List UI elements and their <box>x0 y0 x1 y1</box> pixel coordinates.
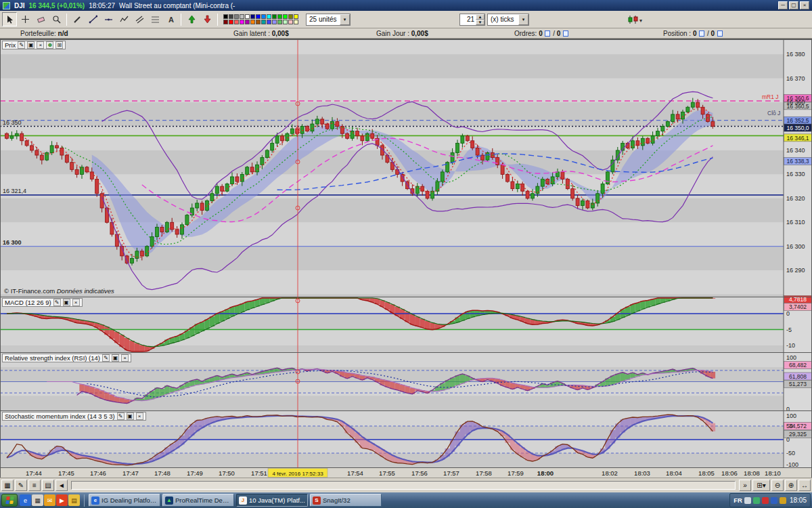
updates-icon[interactable] <box>771 497 777 504</box>
palette-color-swatch[interactable] <box>283 14 288 19</box>
palette-color-swatch[interactable] <box>245 20 250 24</box>
buy-arrow-button[interactable] <box>184 12 199 26</box>
palette-color-swatch[interactable] <box>277 14 282 19</box>
text-tool-button[interactable]: A <box>163 12 178 26</box>
start-button[interactable] <box>1 494 18 507</box>
palette-color-swatch[interactable] <box>294 14 298 19</box>
panel-close-icon[interactable]: × <box>136 412 143 420</box>
scroll-right-button[interactable]: » <box>739 480 751 491</box>
palette-color-swatch[interactable] <box>234 20 239 24</box>
chart-style-button[interactable]: ▾ <box>623 12 646 26</box>
pencil-tool-button[interactable] <box>70 12 85 26</box>
show-desktop-icon[interactable]: ▦ <box>32 494 43 506</box>
panel-settings-icon[interactable]: ✎ <box>18 41 25 49</box>
panel-close-icon[interactable]: × <box>37 41 44 49</box>
fibonacci-tool-button[interactable] <box>148 12 162 26</box>
interval-value-stepper[interactable]: 21 ▲▼ <box>459 14 485 26</box>
taskbar-task-button[interactable]: ▲ProRealTime Demo ... <box>162 494 234 507</box>
svg-text:16 340: 16 340 <box>786 147 805 154</box>
taskbar-task-button[interactable]: eIG Dealing Platform ... <box>89 494 160 507</box>
crosshair-tool-button[interactable] <box>18 12 32 26</box>
palette-color-swatch[interactable] <box>223 20 228 24</box>
maximize-button[interactable]: ▢ <box>789 1 798 9</box>
polyline-tool-button[interactable] <box>116 12 131 26</box>
panel-settings-icon[interactable]: ✎ <box>53 299 61 306</box>
panel-close-icon[interactable]: × <box>72 299 80 306</box>
view-preset-select[interactable]: ⊞▾ <box>752 480 770 491</box>
palette-color-swatch[interactable] <box>261 14 266 19</box>
interval-unit-select[interactable]: (x) ticks ▾ <box>487 14 529 26</box>
palette-color-swatch[interactable] <box>261 20 266 24</box>
zoom-out-icon[interactable]: ⊖ <box>771 480 784 491</box>
palette-color-swatch[interactable] <box>288 20 293 24</box>
chart-horizontal-scrollbar[interactable] <box>71 481 736 490</box>
stepper-down-icon[interactable]: ▼ <box>476 20 484 25</box>
volume-icon[interactable] <box>744 497 751 504</box>
palette-color-swatch[interactable] <box>234 14 239 19</box>
palette-color-swatch[interactable] <box>283 20 288 24</box>
notes-icon[interactable]: ✎ <box>15 480 27 491</box>
eraser-tool-button[interactable] <box>33 12 48 26</box>
sell-arrow-button[interactable] <box>200 12 215 26</box>
position-label: Position : <box>663 30 691 37</box>
panel-snapshot-icon[interactable]: ▣ <box>127 412 134 420</box>
antivirus-icon[interactable] <box>762 497 769 504</box>
palette-color-swatch[interactable] <box>267 14 271 19</box>
palette-color-swatch[interactable] <box>267 20 271 24</box>
folder-icon[interactable]: ▤ <box>68 494 80 506</box>
panel-settings-icon[interactable]: ✎ <box>117 412 125 420</box>
palette-color-swatch[interactable] <box>250 14 255 19</box>
zoom-tool-button[interactable] <box>49 12 64 26</box>
media-player-icon[interactable]: ▶ <box>56 494 68 506</box>
position-detail-icon[interactable] <box>717 30 723 37</box>
mail-icon[interactable]: ✉ <box>44 494 55 506</box>
add-indicator-icon[interactable]: ⊕ <box>46 41 53 49</box>
calendar-icon[interactable]: ▦ <box>1 480 14 491</box>
messenger-icon[interactable] <box>780 497 786 504</box>
palette-color-swatch[interactable] <box>256 20 261 24</box>
cursor-tool-button[interactable] <box>2 12 17 26</box>
palette-color-swatch[interactable] <box>256 14 261 19</box>
panel-settings-icon[interactable]: ✎ <box>102 354 110 362</box>
palette-color-swatch[interactable] <box>288 14 293 19</box>
panel-close-icon[interactable]: × <box>121 354 129 362</box>
palette-color-swatch[interactable] <box>277 20 282 24</box>
position-list-icon[interactable] <box>699 30 704 37</box>
taskbar-task-button[interactable]: J10 Java(TM) Platf... <box>236 494 308 507</box>
trendline-tool-button[interactable] <box>85 12 100 26</box>
order-quantity-select[interactable]: 25 unités ▾ <box>306 14 351 26</box>
palette-color-swatch[interactable] <box>240 20 244 24</box>
snagit-icon: S <box>313 496 321 505</box>
stepper-up-icon[interactable]: ▲ <box>476 14 484 20</box>
taskbar-task-button[interactable]: SSnagIt/32 <box>310 494 382 507</box>
fit-width-icon[interactable]: ↔ <box>798 480 811 491</box>
svg-text:16 300: 16 300 <box>3 239 22 246</box>
scroll-left-button[interactable]: ◄ <box>55 480 68 491</box>
order-quantity-value: 25 unités <box>309 16 337 23</box>
network-icon[interactable] <box>753 497 760 504</box>
panel-snapshot-icon[interactable]: ▣ <box>63 299 70 306</box>
layers-icon[interactable]: ≡ <box>28 480 41 491</box>
horizontal-line-tool-button[interactable] <box>101 12 116 26</box>
palette-color-swatch[interactable] <box>250 20 255 24</box>
channel-tool-button[interactable] <box>132 12 147 26</box>
palette-color-swatch[interactable] <box>229 20 233 24</box>
palette-color-swatch[interactable] <box>272 20 277 24</box>
close-button[interactable]: × <box>800 1 809 9</box>
language-indicator[interactable]: FR <box>734 496 742 504</box>
panel-snapshot-icon[interactable]: ▣ <box>112 354 119 362</box>
watchlist-icon[interactable]: ▤ <box>42 480 54 491</box>
zoom-in-icon[interactable]: ⊕ <box>785 480 797 491</box>
expand-panel-icon[interactable]: ⊞ <box>55 41 63 49</box>
palette-color-swatch[interactable] <box>240 14 244 19</box>
palette-color-swatch[interactable] <box>229 14 233 19</box>
orders-list-icon[interactable] <box>545 30 550 37</box>
internet-explorer-icon[interactable]: e <box>20 494 31 506</box>
palette-color-swatch[interactable] <box>223 14 228 19</box>
panel-snapshot-icon[interactable]: ▣ <box>27 41 35 49</box>
minimize-button[interactable]: ─ <box>778 1 788 9</box>
palette-color-swatch[interactable] <box>245 14 250 19</box>
palette-color-swatch[interactable] <box>272 14 277 19</box>
orders-history-icon[interactable] <box>563 30 568 37</box>
palette-color-swatch[interactable] <box>294 20 298 24</box>
